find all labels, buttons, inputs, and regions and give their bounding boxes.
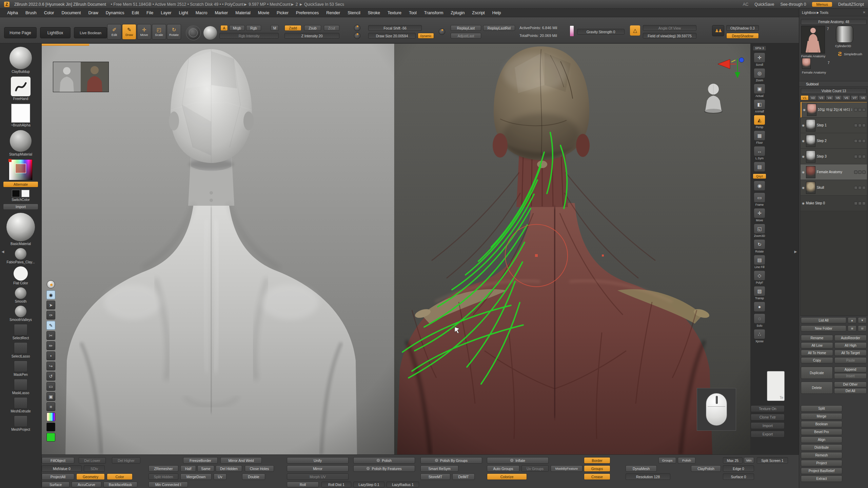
subtool-all-high-button[interactable]: All High	[834, 342, 867, 348]
folder-add-icon[interactable]: ⊞	[848, 325, 856, 331]
subtool-distribute-button[interactable]: Distribute	[801, 444, 842, 451]
strip-xpose[interactable]: ∴Xpose	[752, 329, 767, 343]
subtool-tab-v1[interactable]: V1	[801, 95, 809, 100]
import-button[interactable]: Import	[3, 204, 38, 210]
strip-zoom3d[interactable]: ◱Zoom3D	[752, 224, 767, 238]
subtool-paste-button[interactable]: Paste	[834, 357, 867, 363]
replay-icon[interactable]	[439, 28, 445, 35]
tool-edit-button[interactable]: ✐Edit	[107, 24, 121, 40]
brush-picker[interactable]	[1, 157, 41, 180]
bottom-half-button[interactable]: Half	[180, 465, 196, 472]
bottom-surface-button[interactable]: Surface	[42, 482, 70, 487]
material-preview-icon[interactable]	[203, 26, 217, 40]
bottom-claypolish-button[interactable]: ClayPolish	[691, 465, 721, 472]
default-zscript-button[interactable]: DefaultZScript	[838, 2, 864, 7]
field-of-view-slider[interactable]: Field of view(deg) 39.59775	[643, 33, 696, 39]
current-tool-slider[interactable]: Female Anatomy. 48	[801, 19, 867, 25]
quicksave-button[interactable]: QuickSave	[754, 2, 774, 7]
bottom-sdiv-button[interactable]: SDiv	[84, 465, 105, 472]
subtool-copy-button[interactable]: Copy	[801, 357, 833, 363]
subtool-section-title[interactable]: Subtool	[799, 81, 868, 87]
menu-transform[interactable]: Transform	[420, 11, 447, 15]
see-through-slider[interactable]: See-through 0	[780, 2, 806, 7]
subtool-toggle-icon[interactable]	[858, 170, 862, 174]
bottom-del-hidden-button[interactable]: Del Hidden	[216, 465, 242, 472]
loop-icon[interactable]: ↺	[46, 372, 55, 381]
brush-claybuildup[interactable]: ClayBuildup	[1, 45, 41, 75]
menu-document[interactable]: Document	[58, 11, 85, 15]
draw-size-icon[interactable]	[354, 33, 360, 39]
zadd-button[interactable]: Zadd	[284, 25, 301, 31]
cursor-icon[interactable]: ➤	[46, 301, 55, 309]
subtool-autoreorder-button[interactable]: AutoReorder	[834, 335, 867, 341]
knife-icon[interactable]: ✂	[46, 331, 55, 340]
duplicate-button[interactable]: Duplicate	[801, 367, 833, 379]
white-swatch-icon[interactable]	[21, 190, 29, 197]
brush-selectlasso[interactable]: SelectLasso	[1, 341, 41, 359]
bottom-polish-by-groups-button[interactable]: Polish By Groups	[420, 457, 482, 464]
bottom-roll-dist-1-button[interactable]: Roll Dist 1	[321, 482, 351, 487]
cylinder3d-thumbnail[interactable]	[836, 26, 853, 43]
black-swatch-icon[interactable]	[46, 423, 55, 431]
move-down-icon[interactable]: ▼	[858, 317, 867, 323]
menu-preferences[interactable]: Preferences	[292, 11, 322, 15]
subtool-split-button[interactable]: Split	[801, 405, 842, 412]
subtool-tab-v4[interactable]: V4	[826, 95, 834, 100]
brush-basicmaterial[interactable]: BasicMaterial	[1, 211, 41, 247]
bottom-del-lower-button[interactable]: Del Lower	[79, 457, 106, 464]
subtool-toggle-icon[interactable]	[854, 186, 857, 189]
brush-freehand[interactable]: FreeHand	[1, 75, 41, 102]
subtool-tab-v8[interactable]: V8	[859, 95, 867, 100]
subtool-toggle-icon[interactable]	[862, 170, 866, 174]
strip-qxyz[interactable]: Qxyz	[752, 174, 767, 179]
bottom-dynamesh-button[interactable]: DynaMesh	[626, 465, 657, 472]
bottom-polish-by-features-button[interactable]: Polish By Features	[353, 465, 415, 472]
menu-tool[interactable]: Tool	[405, 11, 420, 15]
strip-grid[interactable]: ▤	[752, 162, 767, 172]
gravity-icon[interactable]	[570, 25, 574, 37]
subtool-all-to-home-button[interactable]: All To Home	[801, 350, 833, 356]
menus-button[interactable]: Menus	[812, 2, 832, 7]
eye-icon[interactable]: ◉	[802, 139, 805, 143]
brush-smooth[interactable]: Smooth	[1, 286, 41, 304]
strip-actual[interactable]: ▣Actual	[752, 84, 767, 98]
a-toggle-button[interactable]: A	[220, 25, 228, 31]
menu-zscript[interactable]: Zscript	[468, 11, 489, 15]
strip-zoom[interactable]: ◎Zoom	[752, 68, 767, 82]
deep-shadow-button[interactable]: DeepShadow	[726, 33, 759, 39]
subtool-boolean-button[interactable]: Boolean	[801, 421, 842, 427]
alternate-button[interactable]: Alternate	[3, 181, 38, 187]
strip-spix[interactable]: SPix 3	[752, 45, 767, 51]
eye-icon[interactable]: ◉	[802, 186, 805, 189]
palette-title[interactable]: Lightbox►Tools	[802, 11, 828, 15]
strip-aahalf[interactable]: ◧AAHalf	[752, 99, 767, 113]
bottom-maskbyfeature-button[interactable]: MaskByFeature	[551, 465, 583, 472]
subtool-bevel-pro-button[interactable]: Bevel Pro	[801, 429, 842, 435]
draw-size-slider[interactable]: Draw Size 20.00594	[368, 33, 416, 39]
bottom-split-hidden-button[interactable]: Split Hidden	[149, 473, 178, 480]
brush-startupmaterial[interactable]: StartupMaterial	[1, 128, 41, 157]
document-canvas[interactable]: ◉➤✑✎✂✏•↪↺▭▣≡	[42, 44, 750, 454]
brush-import[interactable]: Import	[1, 203, 41, 211]
strip-transp[interactable]: ▨Transp	[752, 286, 767, 300]
menu-file[interactable]: File	[143, 11, 157, 15]
bottom-groups-button[interactable]: Groups	[584, 465, 610, 472]
menu-stroke[interactable]: Stroke	[364, 11, 384, 15]
insert-button[interactable]: Insert	[834, 373, 867, 379]
subtool-row-make-step-0[interactable]: ◉Make Step 0	[801, 196, 867, 211]
strip-scroll[interactable]: ✛Scroll	[752, 53, 767, 66]
subtool-toggle-icon[interactable]	[854, 155, 857, 158]
bottom-zremesher-button[interactable]: ZRemesher	[149, 465, 178, 472]
bottom-double-button[interactable]: Double	[242, 473, 265, 480]
subtool-remesh-button[interactable]: Remesh	[801, 452, 842, 459]
new-folder-button[interactable]: New Folder	[801, 325, 846, 331]
list-icon[interactable]: ≡	[46, 402, 55, 411]
tool-rotate-button[interactable]: ↻Rotate	[167, 24, 181, 40]
eye-icon[interactable]: ◉	[802, 155, 805, 158]
black-swatch-icon[interactable]	[12, 190, 20, 197]
subtool-tab-v7[interactable]: V7	[851, 95, 859, 100]
bottom-color-button[interactable]: Color	[107, 473, 133, 480]
bottom-smart-resym-button[interactable]: Smart ReSym	[420, 465, 458, 472]
menu-dynamics[interactable]: Dynamics	[102, 11, 128, 15]
replay-last-button[interactable]: ReplayLast	[451, 25, 481, 31]
